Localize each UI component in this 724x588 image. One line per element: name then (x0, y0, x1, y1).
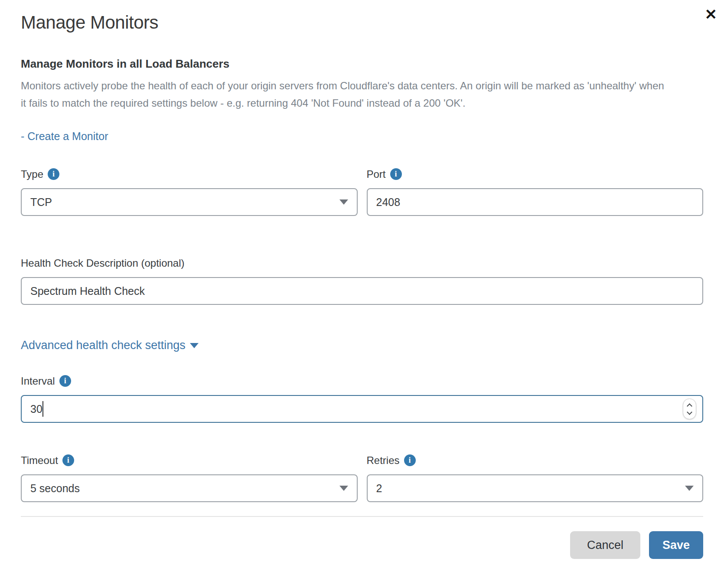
retries-select-value: 2 (376, 482, 382, 495)
timeout-label: Timeout (21, 454, 58, 467)
section-heading: Manage Monitors in all Load Balancers (21, 57, 703, 71)
interval-input[interactable] (21, 395, 703, 423)
timeout-select-value: 5 seconds (30, 482, 80, 495)
port-label-row: Port i (367, 167, 704, 181)
retries-label: Retries (367, 454, 400, 467)
timeout-label-row: Timeout i (21, 453, 358, 467)
type-port-row: Type i TCP Port i (21, 167, 703, 216)
retries-label-row: Retries i (367, 453, 704, 467)
info-icon[interactable]: i (62, 454, 74, 466)
chevron-down-icon (339, 486, 348, 491)
advanced-settings-link[interactable]: Advanced health check settings (21, 339, 199, 352)
type-field: Type i TCP (21, 167, 358, 216)
interval-field: Interval i (21, 374, 703, 423)
chevron-up-icon[interactable] (687, 403, 692, 409)
text-cursor (42, 401, 43, 417)
info-icon[interactable]: i (404, 454, 416, 466)
description-field: Health Check Description (optional) (21, 256, 703, 305)
interval-input-wrap (21, 395, 703, 423)
type-select[interactable]: TCP (21, 188, 358, 216)
description-label-row: Health Check Description (optional) (21, 256, 703, 270)
create-monitor-link[interactable]: - Create a Monitor (21, 130, 108, 143)
close-icon[interactable]: ✕ (702, 4, 720, 24)
description-label: Health Check Description (optional) (21, 257, 185, 269)
intro-description: Monitors actively probe the health of ea… (21, 77, 672, 112)
type-label: Type (21, 168, 43, 180)
number-stepper[interactable] (683, 399, 696, 419)
type-label-row: Type i (21, 167, 358, 181)
modal-footer: Cancel Save (21, 531, 703, 559)
port-label: Port (367, 168, 386, 180)
info-icon[interactable]: i (48, 168, 59, 180)
chevron-down-icon[interactable] (687, 409, 692, 415)
save-button[interactable]: Save (649, 531, 703, 559)
description-input[interactable] (21, 277, 703, 305)
cancel-button[interactable]: Cancel (570, 531, 640, 559)
info-icon[interactable]: i (390, 168, 402, 180)
timeout-retries-row: Timeout i 5 seconds Retries i 2 (21, 453, 703, 502)
interval-label: Interval (21, 375, 55, 387)
timeout-select[interactable]: 5 seconds (21, 474, 358, 502)
chevron-down-icon (339, 199, 348, 205)
timeout-field: Timeout i 5 seconds (21, 453, 358, 502)
footer-divider (21, 516, 703, 517)
manage-monitors-modal: ✕ Manage Monitors Manage Monitors in all… (0, 0, 724, 588)
interval-label-row: Interval i (21, 374, 703, 388)
port-input[interactable] (367, 188, 704, 216)
advanced-settings-label: Advanced health check settings (21, 339, 186, 352)
chevron-down-icon (685, 486, 694, 491)
retries-select[interactable]: 2 (367, 474, 704, 502)
type-select-value: TCP (30, 196, 52, 209)
chevron-down-icon (190, 343, 199, 348)
info-icon[interactable]: i (59, 375, 71, 387)
page-title: Manage Monitors (21, 12, 703, 33)
port-field: Port i (367, 167, 704, 216)
retries-field: Retries i 2 (367, 453, 704, 502)
